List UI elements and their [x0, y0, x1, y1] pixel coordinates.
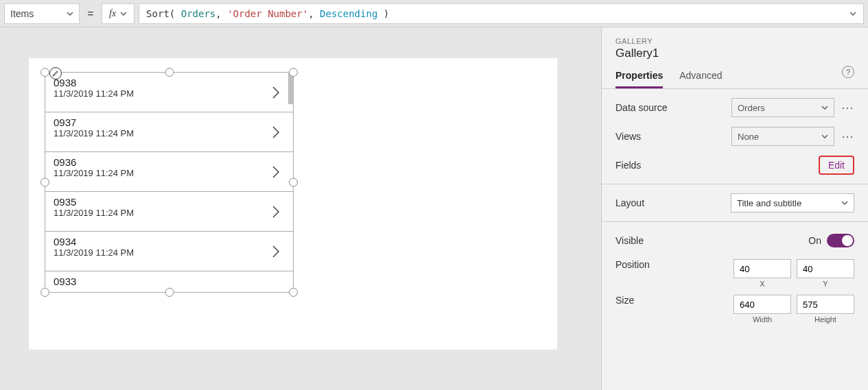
- size-height-input[interactable]: [797, 295, 854, 314]
- select-views[interactable]: None: [731, 127, 834, 146]
- formula-paren: (: [169, 8, 175, 19]
- position-y-caption: Y: [797, 280, 854, 288]
- chevron-down-icon: [821, 133, 828, 140]
- select-value: Orders: [738, 103, 765, 113]
- control-type: GALLERY: [615, 37, 854, 45]
- position-x-caption: X: [734, 280, 791, 288]
- select-value: None: [738, 132, 759, 142]
- resize-handle[interactable]: [40, 288, 49, 297]
- label-layout: Layout: [615, 197, 731, 208]
- select-value: Title and subtitle: [737, 198, 801, 208]
- list-item-title: 0933: [54, 276, 285, 287]
- list-item-subtitle: 11/3/2019 11:24 PM: [54, 168, 285, 178]
- label-position: Position: [615, 259, 734, 270]
- chevron-down-icon: [120, 10, 127, 17]
- select-layout[interactable]: Title and subtitle: [731, 193, 854, 212]
- fx-button[interactable]: fx: [102, 3, 134, 24]
- label-fields: Fields: [615, 160, 819, 171]
- chevron-down-icon: [67, 10, 73, 17]
- more-options-icon[interactable]: ⋯: [841, 129, 854, 144]
- label-data-source: Data source: [615, 102, 731, 113]
- panel-tabs: Properties Advanced: [602, 60, 868, 89]
- chevron-down-icon[interactable]: [849, 10, 856, 17]
- property-selector[interactable]: Items: [4, 3, 80, 24]
- equals-sign: =: [84, 8, 97, 19]
- position-x-input[interactable]: [734, 259, 791, 278]
- list-item[interactable]: 0935 11/3/2019 11:24 PM: [45, 192, 293, 232]
- visible-toggle[interactable]: [827, 234, 854, 247]
- gallery-control[interactable]: 0938 11/3/2019 11:24 PM 0937 11/3/2019 1…: [45, 72, 294, 293]
- control-name[interactable]: Gallery1: [615, 47, 854, 60]
- formula-comma: ,: [308, 8, 314, 19]
- formula-paren: ): [384, 8, 389, 19]
- list-item[interactable]: 0936 11/3/2019 11:24 PM: [45, 152, 293, 192]
- position-y-input[interactable]: [797, 259, 854, 278]
- list-item-subtitle: 11/3/2019 11:24 PM: [54, 88, 285, 99]
- canvas-area[interactable]: 0938 11/3/2019 11:24 PM 0937 11/3/2019 1…: [0, 27, 601, 390]
- formula-bar: Items = fx Sort( Orders, 'Order Number',…: [0, 0, 868, 27]
- fx-label: fx: [109, 8, 116, 19]
- label-size: Size: [615, 295, 734, 306]
- app-frame: 0938 11/3/2019 11:24 PM 0937 11/3/2019 1…: [29, 58, 557, 350]
- chevron-right-icon[interactable]: [271, 164, 281, 180]
- resize-handle[interactable]: [289, 178, 298, 187]
- select-data-source[interactable]: Orders: [731, 98, 834, 117]
- formula-fn: Sort: [146, 8, 169, 19]
- label-visible: Visible: [615, 235, 808, 246]
- formula-space: [314, 8, 320, 19]
- formula-space: [175, 8, 180, 19]
- resize-handle[interactable]: [165, 288, 174, 297]
- chevron-right-icon[interactable]: [271, 204, 281, 220]
- formula-keyword: Descending: [320, 8, 377, 19]
- size-width-caption: Width: [734, 315, 791, 324]
- list-item-title: 0936: [54, 156, 285, 168]
- tab-advanced[interactable]: Advanced: [679, 70, 722, 88]
- list-item-subtitle: 11/3/2019 11:24 PM: [54, 128, 285, 138]
- formula-space: [377, 8, 383, 19]
- list-item-title: 0934: [54, 236, 285, 247]
- fields-edit-button[interactable]: Edit: [819, 156, 854, 175]
- formula-space: [222, 8, 227, 19]
- formula-input[interactable]: Sort( Orders, 'Order Number', Descending…: [139, 3, 864, 24]
- resize-handle[interactable]: [289, 288, 298, 297]
- template-edit-icon[interactable]: [49, 67, 62, 80]
- list-item-title: 0938: [54, 77, 285, 88]
- gallery-items: 0938 11/3/2019 11:24 PM 0937 11/3/2019 1…: [45, 73, 293, 292]
- list-item[interactable]: 0934 11/3/2019 11:24 PM: [45, 232, 293, 271]
- property-name: Items: [10, 8, 34, 19]
- tab-properties[interactable]: Properties: [615, 70, 663, 88]
- list-item-subtitle: 11/3/2019 11:24 PM: [54, 247, 285, 258]
- chevron-right-icon[interactable]: [271, 84, 281, 101]
- formula-id: Orders: [181, 8, 216, 19]
- more-options-icon[interactable]: ⋯: [841, 100, 854, 115]
- list-item-subtitle: 11/3/2019 11:24 PM: [54, 208, 285, 218]
- chevron-down-icon: [841, 199, 848, 206]
- resize-handle[interactable]: [40, 178, 49, 187]
- formula-comma: ,: [215, 8, 221, 19]
- chevron-right-icon[interactable]: [271, 124, 281, 141]
- resize-handle[interactable]: [40, 68, 49, 77]
- list-item-title: 0935: [54, 196, 285, 208]
- chevron-right-icon[interactable]: [271, 243, 281, 260]
- list-item[interactable]: 0938 11/3/2019 11:24 PM: [45, 73, 293, 112]
- list-item[interactable]: 0937 11/3/2019 11:24 PM: [45, 112, 293, 152]
- list-item-title: 0937: [54, 117, 285, 128]
- chevron-down-icon: [821, 104, 828, 111]
- properties-panel: GALLERY Gallery1 ? Properties Advanced D…: [601, 27, 868, 390]
- size-height-caption: Height: [797, 315, 854, 324]
- size-width-input[interactable]: [734, 295, 791, 314]
- resize-handle[interactable]: [165, 68, 174, 77]
- formula-string: 'Order Number': [227, 8, 308, 19]
- label-views: Views: [615, 131, 731, 142]
- toggle-text: On: [808, 235, 821, 246]
- help-icon[interactable]: ?: [842, 66, 854, 78]
- resize-handle[interactable]: [289, 68, 298, 77]
